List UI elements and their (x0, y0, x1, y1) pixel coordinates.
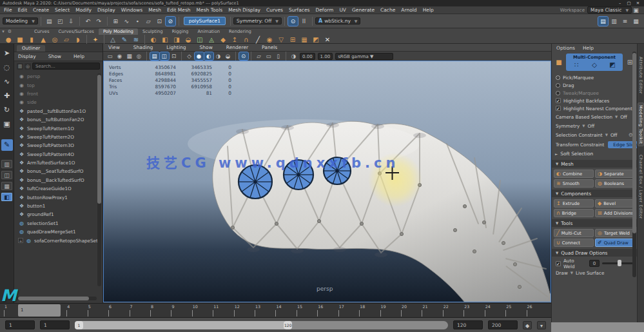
outliner-search-input[interactable]: Search... (32, 63, 100, 70)
outliner-vertical-scrollbar[interactable] (97, 73, 101, 286)
sculpt-tool-icon[interactable]: ✦ (90, 35, 101, 44)
resolution-gate-icon[interactable]: ▭ (264, 52, 273, 60)
oversampling-icon[interactable]: ⊡ (170, 52, 179, 60)
character-set-dropdown[interactable]: A wbStick.ny ▼ (315, 17, 361, 24)
section-header-components[interactable]: ▼Components (552, 190, 637, 197)
camera-based-selection-dropdown[interactable]: Camera Based Selection ▼ Off (554, 112, 635, 121)
viewport-menu-panels[interactable]: Panels (262, 44, 277, 50)
outliner-item-bonus-tuftbuttonfan2o[interactable]: ❖bonus__tuftButtonFan2O (18, 115, 102, 124)
redo-icon[interactable]: ↷ (94, 17, 104, 26)
attribute-editor-toggle-icon[interactable]: ▤ (598, 17, 608, 26)
menu-generate[interactable]: Generate (352, 7, 375, 13)
bridge-button[interactable]: ∩Bridge (554, 209, 594, 217)
booleans-button[interactable]: ◍Booleans (595, 179, 635, 188)
menu-mesh-display[interactable]: Mesh Display (228, 7, 260, 13)
paint-select-tool[interactable]: ∿ (1, 76, 13, 88)
timeline-tick[interactable]: 24 (485, 304, 505, 317)
combine-icon[interactable]: ◧ (160, 35, 170, 44)
section-header-quad-draw-options[interactable]: ▼ Quad Draw Options (552, 249, 637, 257)
live-object-field[interactable]: polySurface1 (184, 17, 226, 25)
timeline-tick[interactable]: 26 (527, 304, 547, 317)
highlight-backfaces-checkbox[interactable]: ✓ Highlight Backfaces (554, 97, 635, 104)
timeline-tick[interactable]: 25 (505, 304, 526, 317)
timeline-tick[interactable]: 14 (275, 304, 296, 317)
shelf-tab-rigging[interactable]: Rigging (168, 28, 193, 35)
outliner-menu-show[interactable]: Show (48, 54, 61, 59)
menu-create[interactable]: Create (33, 7, 49, 13)
menu-edit[interactable]: Edit (18, 7, 28, 13)
bookmark-icon[interactable]: ◎ (135, 52, 144, 60)
anim-end-field[interactable]: 200 (488, 320, 518, 329)
undo-icon[interactable]: ↶ (83, 17, 93, 26)
timeline-tick[interactable]: 11 (213, 304, 233, 317)
vertex-mode-icon[interactable]: ∷ (571, 60, 581, 70)
add-divisions-button[interactable]: ⊞Add Divisions (595, 209, 635, 217)
menu-uv[interactable]: UV (339, 7, 346, 13)
panel-tab-channel-box-layer-editor[interactable]: Channel Box / Layer Editor (638, 155, 643, 219)
outliner-item-quaddrawmergeset1[interactable]: ◍quadDrawMergeSet1 (18, 228, 102, 236)
outliner-item-top[interactable]: ◉top (18, 81, 102, 89)
exposure-field[interactable]: 0.00 (300, 53, 315, 60)
outliner-item-sweeptuftpattern2o[interactable]: ❖SweepTuftPattern2O (18, 133, 102, 141)
timeline-tick[interactable]: 17 (338, 304, 359, 317)
add-divisions-icon[interactable]: ⊞ (288, 35, 298, 44)
quad-draw-active-tool[interactable]: ✎ (1, 139, 13, 151)
range-start-handle[interactable]: 1 (75, 321, 83, 329)
viewport-menu-shading[interactable]: Shading (133, 44, 153, 50)
menu-curves[interactable]: Curves (266, 7, 283, 13)
outliner-item-bonus-backtuftedsurfo[interactable]: ❖bonus__BackTuftedSurfO (18, 176, 102, 184)
timeline-tick[interactable]: 9 (171, 304, 191, 317)
timeline-tick[interactable]: 16 (317, 304, 338, 317)
outliner-item-selectionset1[interactable]: ◍selectionSet1 (18, 219, 102, 228)
connect-button[interactable]: ∪Connect (554, 239, 594, 247)
playback-end-field[interactable]: 120 (453, 320, 483, 329)
select-camera-icon[interactable]: ▭ (106, 52, 115, 60)
move-tool[interactable]: ✚ (1, 90, 13, 102)
timeline-tick[interactable]: 13 (255, 304, 275, 317)
quad-draw-button[interactable]: ✐Quad Draw (595, 239, 635, 247)
select-tool[interactable]: ➤ (1, 48, 13, 59)
smooth-button[interactable]: ≋Smooth (554, 179, 594, 188)
menu-edit-mesh[interactable]: Edit Mesh (167, 7, 191, 13)
shelf-gear-icon[interactable]: ⚙ (6, 29, 13, 34)
outliner-item-bonus-seattuftedsurfo[interactable]: ❖bonus__SeatTuftedSurfO (18, 167, 102, 175)
camera-attributes-icon[interactable]: ▦ (125, 52, 134, 60)
expand-toggle[interactable]: + (18, 238, 23, 243)
outliner-item-buttonrowproxy1[interactable]: ❖buttonRowProxy1 (18, 193, 102, 201)
object-mode-icon[interactable]: ■ (554, 57, 564, 68)
viewport-menu-lighting[interactable]: Lighting (166, 44, 186, 50)
channel-box-toggle-icon[interactable]: ≡ (620, 17, 630, 26)
uv-editor-icon[interactable]: ✎ (119, 35, 130, 44)
poly-sphere-icon[interactable]: ● (3, 35, 14, 44)
modeling-toolkit-toggle-icon[interactable]: ▦ (631, 17, 641, 26)
isolate-select-icon[interactable]: ⊙ (239, 52, 248, 60)
anim-start-field[interactable]: 1 (5, 320, 35, 329)
shelf-tab-curves-surfaces[interactable]: Curves/Surfaces (54, 28, 99, 35)
playback-start-field[interactable]: 1 (40, 320, 70, 329)
workspace-dropdown[interactable]: Maya Classic ▼ (587, 6, 632, 14)
edge-mode-icon[interactable]: ◇ (589, 60, 600, 70)
section-header-mesh[interactable]: ▼Mesh (552, 160, 637, 168)
symmetry-toolkit-dropdown[interactable]: Symmetry ▼ Off (554, 121, 635, 130)
gamma-field[interactable]: 1.00 (318, 53, 333, 60)
outliner-horizontal-scrollbar[interactable] (17, 297, 97, 300)
boolean-icon[interactable]: ◐ (148, 35, 159, 44)
snap-curve-icon[interactable]: ∿ (122, 17, 132, 26)
separate-button[interactable]: ◑Separate (595, 170, 635, 178)
auto-key-icon[interactable]: ◆ (523, 321, 532, 329)
timeline-tick[interactable]: 19 (380, 304, 401, 317)
timeline-tick[interactable]: 18 (359, 304, 380, 317)
timeline-tick[interactable]: 20 (401, 304, 422, 317)
panel-tab-modeling-toolkit[interactable]: Modeling Toolkit (638, 103, 643, 146)
shadows-icon[interactable]: ◒ (224, 52, 233, 60)
layout-single-pane[interactable]: ▥ (1, 160, 12, 168)
timeline-tick[interactable]: 6 (108, 304, 129, 317)
section-header-tools[interactable]: ▼Tools (552, 219, 637, 227)
menu-cache[interactable]: Cache (380, 7, 395, 13)
playback-range[interactable] (75, 321, 288, 329)
outliner-item-tuftcreaseguide1o[interactable]: ❖tuftCreaseGuide1O (18, 184, 102, 193)
pick-marquee-radio[interactable]: Pick/Marquee (554, 73, 635, 81)
range-slider[interactable]: 1 120 (75, 321, 448, 329)
minimize-button[interactable]: – (616, 1, 623, 6)
outliner-item-armtuftedsurface1o[interactable]: ❖ArmTuftedSurface1O (18, 159, 102, 167)
